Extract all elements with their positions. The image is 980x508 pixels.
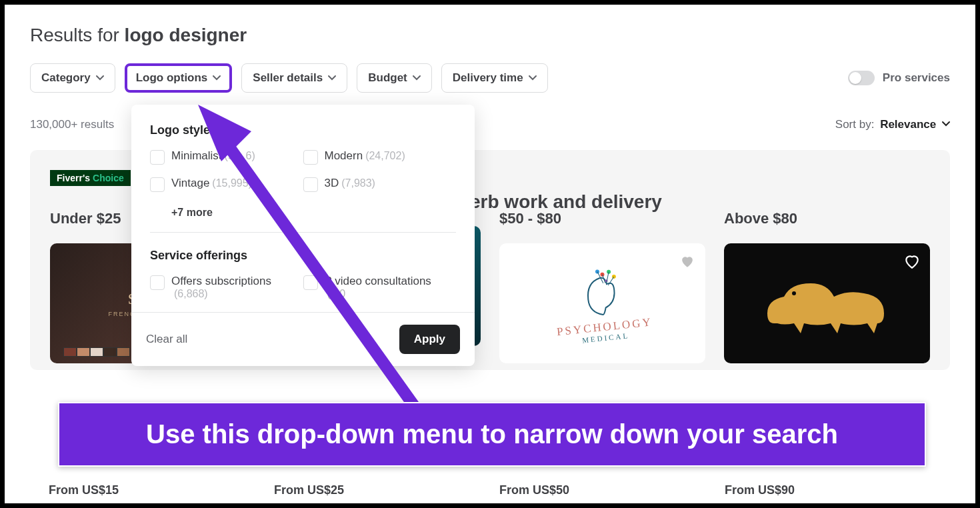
choice-badge-b: Choice <box>93 173 124 183</box>
option-minimalist[interactable]: Minimalist(50, 6) <box>150 149 303 165</box>
checkbox[interactable] <box>150 177 165 192</box>
option-video-consultations[interactable]: P video consultations(1,0 <box>303 275 457 300</box>
head-tree-icon <box>565 261 637 321</box>
filter-delivery-time-label: Delivery time <box>453 71 523 85</box>
color-palette-icon <box>63 347 130 357</box>
filter-category-label: Category <box>41 71 91 85</box>
search-term: logo designer <box>125 25 247 45</box>
favorite-button[interactable] <box>679 253 696 270</box>
gig-card[interactable] <box>724 243 930 363</box>
dropdown-section-service-offerings: Service offerings <box>150 249 456 263</box>
sort-label: Sort by: <box>835 118 875 131</box>
apply-button[interactable]: Apply <box>399 325 460 354</box>
filter-logo-options[interactable]: Logo options <box>125 63 233 93</box>
toggle-track[interactable] <box>848 71 875 85</box>
clear-all-button[interactable]: Clear all <box>146 333 187 346</box>
from-price: From US$15 <box>49 483 255 497</box>
option-label: Vintage <box>171 177 209 189</box>
filter-logo-options-label: Logo options <box>136 71 208 85</box>
checkbox[interactable] <box>150 275 165 290</box>
toggle-dot <box>849 72 861 84</box>
bear-icon <box>754 260 901 347</box>
pro-services-label: Pro services <box>883 71 950 85</box>
filter-row: Category Logo options Seller details Bud… <box>30 63 950 93</box>
from-price: From US$25 <box>274 483 481 497</box>
chevron-down-icon <box>529 74 537 82</box>
option-count: (1,0 <box>327 288 346 299</box>
choice-badge-a: Fiverr's <box>57 173 90 183</box>
sort-by[interactable]: Sort by: Relevance <box>835 118 950 131</box>
filter-budget[interactable]: Budget <box>357 63 432 93</box>
dropdown-section-logo-style: Logo style <box>150 123 456 137</box>
option-label: Minimalist <box>171 149 222 162</box>
bucket-50-80: $50 - $80 PSYCHOLOGY MEDICAL <box>499 210 705 363</box>
filter-seller-details-label: Seller details <box>253 71 323 85</box>
annotation-text: Use this drop-down menu to narrow down y… <box>146 419 838 449</box>
option-count: (6,868) <box>174 288 208 299</box>
option-modern[interactable]: Modern(24,702) <box>303 149 457 165</box>
pro-services-toggle[interactable]: Pro services <box>848 71 950 85</box>
option-count: (50, 6) <box>225 150 255 161</box>
option-count: (7,983) <box>341 177 375 189</box>
svg-point-9 <box>792 291 796 295</box>
filter-budget-label: Budget <box>368 71 407 85</box>
results-prefix: Results for <box>30 25 119 45</box>
checkbox[interactable] <box>303 275 318 290</box>
chevron-down-icon <box>942 120 950 128</box>
checkbox[interactable] <box>303 150 318 165</box>
chevron-down-icon <box>96 74 104 82</box>
from-price: From US$50 <box>499 483 706 497</box>
gig-card[interactable]: PSYCHOLOGY MEDICAL <box>499 243 705 363</box>
chevron-down-icon <box>213 74 221 82</box>
checkbox[interactable] <box>303 177 318 192</box>
bucket-title: Above $80 <box>724 210 930 227</box>
option-count: (24,702) <box>365 150 405 161</box>
bucket-above-80: Above $80 <box>724 210 930 363</box>
option-vintage[interactable]: Vintage(15,995) <box>150 177 303 192</box>
checkbox[interactable] <box>150 150 165 165</box>
section-headline: erb work and delivery <box>470 191 662 213</box>
annotation-banner: Use this drop-down menu to narrow down y… <box>58 402 926 467</box>
chevron-down-icon <box>328 74 336 82</box>
filter-category[interactable]: Category <box>30 63 115 93</box>
svg-point-1 <box>607 269 611 274</box>
option-3d[interactable]: 3D(7,983) <box>303 177 457 192</box>
option-count: (15,995) <box>212 177 252 189</box>
filter-delivery-time[interactable]: Delivery time <box>441 63 548 93</box>
fiverrs-choice-badge: Fiverr's Choice <box>50 170 131 186</box>
from-price-row: From US$15 From US$25 From US$50 From US… <box>23 483 957 497</box>
result-count: 130,000+ results <box>30 118 114 131</box>
option-label: 3D <box>325 177 339 189</box>
from-price: From US$90 <box>725 483 931 497</box>
results-title: Results for logo designer <box>30 25 950 46</box>
filter-seller-details[interactable]: Seller details <box>241 63 347 93</box>
option-label: Modern <box>325 149 363 162</box>
chevron-down-icon <box>413 74 421 82</box>
show-more-link[interactable]: +7 more <box>171 207 456 219</box>
option-offers-subscriptions[interactable]: Offers subscriptions(6,868) <box>150 275 303 300</box>
option-label: Offers subscriptions <box>171 275 271 287</box>
logo-options-dropdown: Logo style Minimalist(50, 6) Modern(24,7… <box>131 105 475 366</box>
sort-value: Relevance <box>880 118 936 131</box>
option-label: P video consultations <box>325 275 431 287</box>
favorite-button[interactable] <box>903 253 921 270</box>
